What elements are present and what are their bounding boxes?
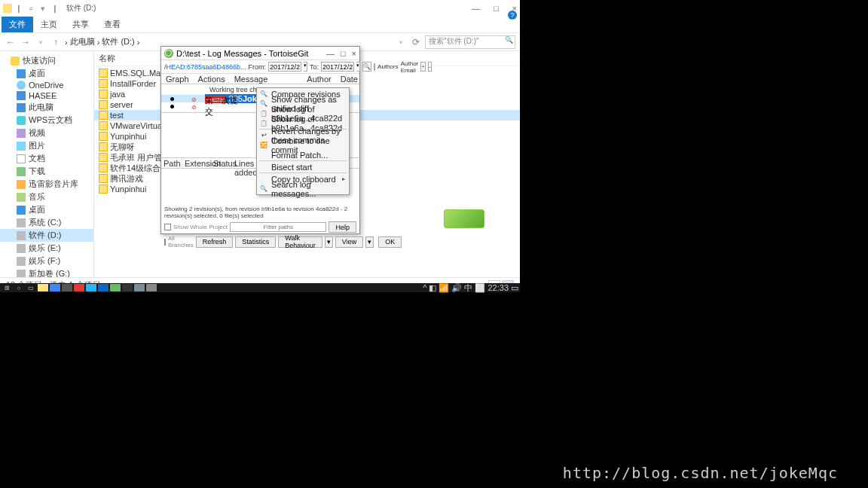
filter-icon[interactable]: 🔍: [362, 62, 371, 72]
sidebar-item[interactable]: WPS云文档: [0, 114, 93, 127]
up-button[interactable]: ↑: [50, 36, 62, 48]
authors-checkbox[interactable]: [374, 63, 375, 71]
col-message[interactable]: Message: [230, 74, 273, 84]
sidebar-item[interactable]: 文档: [0, 152, 93, 165]
sidebar-item[interactable]: 新加卷 (G:): [0, 267, 93, 277]
sidebar-item[interactable]: OneDrive: [0, 80, 93, 90]
email-label[interactable]: Author Email: [401, 60, 419, 74]
breadcrumb[interactable]: 此电脑: [70, 36, 95, 47]
sidebar-item[interactable]: 娱乐 (F:): [0, 255, 93, 267]
fcol-status[interactable]: Status: [211, 158, 232, 168]
add-icon[interactable]: +: [420, 62, 426, 72]
desktop-widget[interactable]: [444, 209, 484, 228]
col-graph[interactable]: Graph: [161, 74, 194, 84]
sidebar-item[interactable]: 下载: [0, 165, 93, 178]
head-link[interactable]: /HEAD:6785saa6D4866b...: [164, 63, 246, 71]
walk-behaviour-button[interactable]: Walk Behaviour: [278, 236, 322, 248]
sidebar-item[interactable]: 图片: [0, 139, 93, 152]
taskbar-app[interactable]: [74, 284, 84, 291]
tray-clock[interactable]: 22:33: [487, 283, 509, 292]
breadcrumb[interactable]: 软件 (D:): [102, 36, 134, 47]
tray-volume-icon[interactable]: 🔊: [451, 283, 462, 293]
sidebar-label: 快速访问: [23, 55, 56, 66]
sidebar-item[interactable]: 系统 (C:): [0, 216, 93, 229]
from-dd-icon[interactable]: ▾: [304, 62, 307, 72]
folder-icon: [17, 180, 26, 189]
taskbar-app[interactable]: [50, 284, 60, 291]
tab-home[interactable]: 主页: [33, 17, 65, 32]
statistics-button[interactable]: Statistics: [235, 236, 276, 248]
tray-icon[interactable]: ⬜: [475, 283, 485, 293]
taskbar-app[interactable]: [134, 284, 145, 291]
fcol-ext[interactable]: Extension: [182, 158, 211, 168]
walk-dd-icon[interactable]: ▾: [325, 236, 333, 248]
tray-notif-icon[interactable]: ▭: [511, 283, 518, 293]
sidebar-item[interactable]: 娱乐 (E:): [0, 242, 93, 255]
menu-item[interactable]: 🔍Search log messages...: [258, 184, 348, 194]
menu-item[interactable]: Format Patch...: [258, 150, 348, 160]
search-input[interactable]: 搜索"软件 (D:)": [425, 35, 515, 49]
dialog-minimize-button[interactable]: —: [326, 49, 335, 58]
whole-project-checkbox[interactable]: [164, 224, 171, 230]
taskbar-app[interactable]: [146, 284, 157, 291]
recent-dd-icon[interactable]: v: [35, 36, 47, 48]
cortana-icon[interactable]: ○: [14, 284, 24, 291]
back-button[interactable]: ←: [5, 36, 17, 48]
refresh-button[interactable]: Refresh: [196, 236, 234, 248]
file-tab[interactable]: 文件: [2, 17, 33, 32]
menu-item[interactable]: 🔀Combine to one commit: [258, 140, 348, 150]
ok-button[interactable]: OK: [378, 236, 402, 248]
taskbar-app[interactable]: [122, 284, 133, 291]
qat-new-icon[interactable]: ▫: [26, 3, 36, 14]
sidebar-item[interactable]: 软件 (D:): [0, 229, 93, 242]
tray-icon[interactable]: ◧: [429, 283, 436, 293]
sidebar-item[interactable]: HASEE: [0, 90, 93, 101]
to-date-input[interactable]: [321, 62, 354, 72]
dialog-close-button[interactable]: ×: [352, 49, 356, 58]
dialog-titlebar[interactable]: D:\test - Log Messages - TortoiseGit — □…: [161, 47, 359, 60]
qat-paste-icon[interactable]: ▾: [38, 3, 48, 14]
start-button[interactable]: ⊞: [2, 284, 12, 291]
col-actions[interactable]: Actions: [194, 74, 230, 84]
filter-paths-input[interactable]: [230, 222, 326, 232]
tray-ime-icon[interactable]: 中: [464, 282, 472, 294]
taskbar-app[interactable]: [38, 284, 48, 291]
maximize-button[interactable]: □: [494, 4, 499, 13]
all-branches-checkbox[interactable]: [164, 239, 166, 246]
tray-overflow-icon[interactable]: ^: [423, 283, 426, 292]
menu-item[interactable]: Bisect start: [258, 162, 348, 172]
refresh-button[interactable]: ⟳: [410, 36, 422, 48]
sidebar-item[interactable]: 迅雷影音片库: [0, 178, 93, 191]
sidebar-item[interactable]: 桌面: [0, 67, 93, 80]
taskbar-app[interactable]: [110, 284, 121, 291]
addr-dd-icon[interactable]: v: [395, 36, 407, 48]
fcol-path[interactable]: Path: [161, 158, 182, 168]
qat-icon[interactable]: [3, 4, 12, 13]
address-bar[interactable]: › 此电脑 › 软件 (D:) ›: [65, 36, 139, 47]
view-button[interactable]: View: [335, 236, 363, 248]
taskbar-app[interactable]: [62, 284, 72, 291]
sidebar-item[interactable]: 桌面: [0, 203, 93, 216]
taskview-icon[interactable]: ▭: [26, 284, 36, 291]
sidebar-item[interactable]: 快速访问: [0, 54, 93, 67]
remove-icon[interactable]: -: [428, 62, 432, 72]
tab-view[interactable]: 查看: [96, 17, 128, 32]
col-author[interactable]: Author: [302, 74, 335, 84]
sidebar-item[interactable]: 视频: [0, 127, 93, 139]
view-dd-icon[interactable]: ▾: [365, 236, 374, 248]
taskbar-app[interactable]: [98, 284, 108, 291]
dialog-maximize-button[interactable]: □: [341, 49, 346, 58]
col-date[interactable]: Date: [336, 74, 362, 84]
tab-share[interactable]: 共享: [65, 17, 96, 32]
taskbar-app[interactable]: [86, 284, 96, 291]
crumb-sep: ›: [97, 38, 100, 47]
forward-button[interactable]: →: [20, 36, 32, 48]
to-dd-icon[interactable]: ▾: [356, 62, 360, 72]
help-icon[interactable]: ?: [508, 11, 517, 20]
sidebar-item[interactable]: 此电脑: [0, 101, 93, 114]
minimize-button[interactable]: —: [472, 4, 480, 13]
from-date-input[interactable]: [268, 62, 301, 72]
tray-network-icon[interactable]: 📶: [439, 283, 449, 293]
sidebar-item[interactable]: 音乐: [0, 191, 93, 203]
help-button[interactable]: Help: [329, 221, 356, 233]
